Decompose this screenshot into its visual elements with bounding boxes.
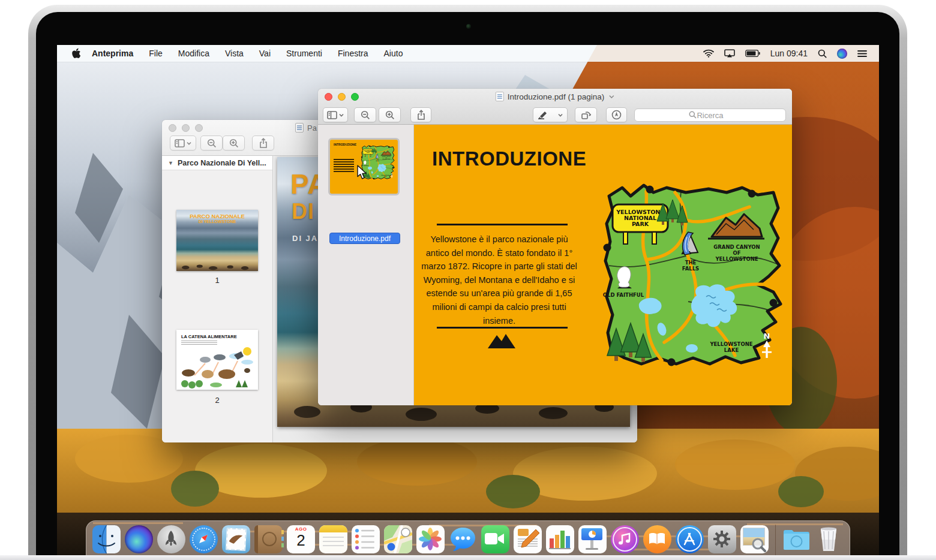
thumb-mini-title: INTRODUZIONE [334,143,356,146]
macbook-deck-edge [0,555,936,560]
zoom-out-button[interactable] [354,107,376,122]
menu-item-vista[interactable]: Vista [225,49,244,58]
back-zoom-in-button[interactable] [223,136,245,150]
page-title: INTRODUZIONE [432,147,586,170]
dock-system-preferences[interactable] [707,525,737,554]
wifi-icon[interactable] [703,49,714,58]
document-icon [295,123,304,133]
thumb1-subtitle: DI YELLOWSTONE [176,219,258,224]
dock-contacts[interactable] [254,525,283,554]
airplay-display-icon[interactable] [724,49,735,58]
mountain-glyph-icon [488,333,515,348]
pdf-page-introduzione: INTRODUZIONE Yellowstone è il parco nazi… [414,125,792,405]
menu-item-finestra[interactable]: Finestra [338,49,368,58]
back-share-button[interactable] [252,136,274,150]
back-window-controls[interactable] [169,124,203,132]
page-body-text: Yellowstone è il parco nazionale più ant… [419,233,580,327]
back-window-sidebar: ▼ Parco Nazionale Di Yell... PARCO NAZIO… [162,156,273,442]
highlight-pen-button[interactable] [533,107,568,122]
minimize-button[interactable] [338,93,346,101]
back-zoom-out-button[interactable] [200,136,223,150]
spotlight-icon[interactable] [818,49,827,58]
rotate-button[interactable] [575,107,597,122]
yellowstone-map [591,176,789,377]
document-icon [496,92,504,101]
dock-pages[interactable] [513,525,542,554]
front-window-titlebar[interactable]: Introduzione.pdf (1 pagina) [318,89,792,125]
apple-menu-icon[interactable] [72,48,81,59]
dock-mail[interactable] [221,525,251,554]
dock-launchpad[interactable] [157,525,186,554]
menu-item-modifica[interactable]: Modifica [178,49,209,58]
calendar-day: 2 [286,531,316,550]
menu-item-vai[interactable]: Vai [259,49,271,58]
dock-itunes[interactable] [610,525,640,554]
back-sidebar-header[interactable]: ▼ Parco Nazionale Di Yell... [162,156,272,170]
dock-divider [775,525,776,558]
menu-item-file[interactable]: File [149,49,163,58]
siri-icon[interactable] [837,49,847,59]
front-window-title: Introduzione.pdf (1 pagina) [496,92,614,101]
title-chevron-icon[interactable] [609,95,614,98]
rule-bottom [437,327,568,329]
dock-numbers[interactable] [545,525,575,554]
dock-keynote[interactable] [578,525,607,554]
page-number-2: 2 [176,396,258,405]
dock-notes[interactable] [319,525,348,554]
sidebar-view-button[interactable] [323,107,348,122]
search-input[interactable] [634,109,786,122]
dock-maps[interactable] [383,525,413,554]
menu-item-anteprima[interactable]: Anteprima [92,49,133,58]
dock-finder[interactable] [92,525,121,554]
thumb1-title: PARCO NAZIONALE [176,213,258,219]
zoom-in-button[interactable] [379,107,401,122]
rule-top [437,224,568,225]
front-window-introduzione: Introduzione.pdf (1 pagina) [318,89,792,405]
notification-center-icon[interactable] [857,50,867,58]
page-thumbnail-1[interactable]: PARCO NAZIONALE DI YELLOWSTONE [176,210,258,271]
search-field[interactable] [634,109,786,122]
dock-ibooks[interactable] [643,525,672,554]
dock-appstore[interactable] [675,525,704,554]
dock-calendar[interactable]: AGO 2 [286,525,316,554]
menu-bar: Anteprima File Modifica Vista Vai Strume… [57,45,879,62]
share-button[interactable] [410,107,431,122]
markup-toolbar-button[interactable] [606,107,627,122]
search-icon [689,111,697,119]
mouse-cursor [357,165,367,180]
page-number-1: 1 [176,276,258,285]
desktop-screen: Anteprima File Modifica Vista Vai Strume… [57,45,879,560]
dock-trash[interactable] [814,525,844,554]
battery-icon[interactable] [745,50,760,57]
menu-clock[interactable]: Lun 09:41 [770,49,808,58]
dock-photos[interactable] [416,525,445,554]
disclosure-triangle-icon[interactable]: ▼ [168,160,173,166]
menu-item-strumenti[interactable]: Strumenti [286,49,322,58]
page-thumbnail-2[interactable]: LA CATENA ALIMENTARE [176,330,258,390]
dock: AGO 2 [86,520,850,560]
macbook-camera [466,24,471,29]
selected-filename-label[interactable]: Introduzione.pdf [329,233,400,244]
dock-downloads-folder[interactable] [782,525,811,554]
back-window-title: Pa [295,123,317,133]
zoom-button[interactable] [351,93,359,101]
dock-preview[interactable] [740,525,769,554]
dock-siri[interactable] [124,525,154,554]
back-sidebar-view-button[interactable] [170,136,196,150]
close-button[interactable] [325,93,332,101]
dock-facetime[interactable] [481,525,510,554]
menu-item-aiuto[interactable]: Aiuto [384,49,403,58]
dock-safari[interactable] [189,525,218,554]
dock-messages[interactable] [448,525,478,554]
front-window-controls[interactable] [325,93,359,101]
thumb2-title: LA CATENA ALIMENTARE [181,334,237,339]
dock-reminders[interactable] [351,525,380,554]
